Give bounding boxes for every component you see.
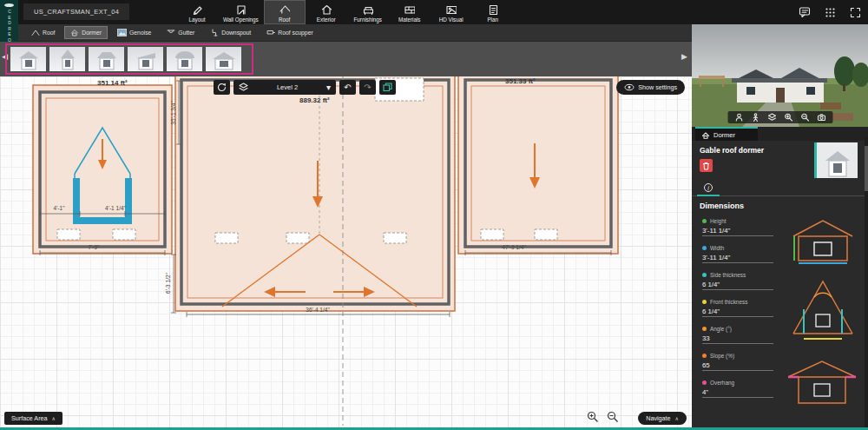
field-angle: Angle (°) 33	[702, 325, 773, 344]
floor-plan-drawing[interactable]: 351.14 ft² 889.32 ft² 351.33 ft² 35'-1 3…	[0, 76, 692, 430]
redo-icon: ↷	[364, 83, 371, 92]
front-thickness-color-dot	[702, 300, 707, 304]
width-input[interactable]: 3'-11 1/4"	[702, 254, 773, 263]
zoom-in-icon[interactable]	[784, 113, 792, 122]
zoom-out-icon[interactable]	[800, 113, 809, 122]
app-logo[interactable]: CEDREO	[0, 0, 18, 42]
gutter-icon	[167, 29, 175, 36]
sync-view-button[interactable]	[214, 80, 230, 95]
dormer-type-thumbnail-6[interactable]	[206, 47, 241, 71]
tab-plan[interactable]: Plan	[472, 0, 514, 24]
dormer-type-thumbnail-2[interactable]	[49, 47, 85, 71]
height-width-diagram	[786, 215, 859, 266]
canvas-top-controls: Level 2 ▾ ↶ ↷	[214, 80, 396, 95]
feedback-chat-icon[interactable]	[799, 6, 811, 18]
navigate-button[interactable]: Navigate ∧	[638, 412, 687, 425]
subtab-dormer[interactable]: Dormer	[64, 26, 108, 39]
walkthrough-icon[interactable]	[751, 113, 760, 122]
remove-dormer-button[interactable]	[700, 159, 713, 172]
field-slope: Slope (%) 65	[702, 352, 773, 371]
arched-dormer-thumb-icon	[169, 49, 201, 71]
duplicate-level-button[interactable]	[379, 80, 396, 95]
tab-info[interactable]: i	[697, 181, 720, 196]
cedreo-logo-icon	[4, 3, 14, 7]
sofa-icon	[362, 3, 373, 15]
3d-view-toolbar	[727, 111, 832, 123]
project-name: US_CRAFTSMAN_EXT_04	[23, 3, 129, 20]
slope-color-dot	[702, 354, 707, 358]
layers-view-icon[interactable]	[767, 113, 776, 122]
dormer-type-strip: ◀ ▶	[0, 42, 692, 76]
tab-furnishings[interactable]: Furnishings	[347, 0, 389, 24]
height-input[interactable]: 3'-11 1/4"	[702, 227, 773, 236]
show-settings-button[interactable]: Show settings	[616, 80, 685, 95]
roof-outline-icon	[31, 29, 40, 36]
eye-icon	[624, 83, 635, 91]
subtab-roof-scupper[interactable]: Roof scupper	[260, 26, 319, 39]
field-width: Width 3'-11 1/4"	[702, 244, 773, 263]
topbar-right-icons	[799, 0, 861, 24]
chevron-down-icon: ▾	[326, 83, 331, 92]
surface-area-button[interactable]: Surface Area ∧	[4, 412, 62, 425]
level-selector-value: Level 2	[277, 83, 298, 91]
shed-dormer-thumb-icon	[130, 49, 161, 71]
dormer-type-thumbnail-3[interactable]	[89, 47, 124, 71]
tab-exterior[interactable]: Exterior	[306, 0, 347, 24]
svg-text:351.33 ft²: 351.33 ft²	[505, 77, 536, 85]
height-color-dot	[702, 219, 707, 223]
dormer-type-thumbnail-4[interactable]	[128, 47, 163, 71]
field-overhang: Overhang 4"	[702, 379, 773, 398]
svg-text:351.14 ft²: 351.14 ft²	[97, 79, 128, 87]
plan-canvas[interactable]: 351.14 ft² 889.32 ft² 351.33 ft² 35'-1 3…	[0, 76, 692, 430]
avatar-icon[interactable]	[734, 113, 743, 122]
overhang-input[interactable]: 4"	[702, 388, 773, 398]
subtab-gutter[interactable]: Gutter	[161, 26, 201, 39]
dormer-type-thumbnail-1[interactable]	[10, 47, 46, 71]
bricks-icon	[404, 3, 415, 15]
dimensions-section-title: Dimensions	[700, 202, 744, 210]
dormer-type-thumbnail-5[interactable]	[167, 47, 202, 71]
dormer-tab-icon	[701, 131, 710, 139]
width-color-dot	[702, 246, 707, 250]
3d-preview-viewport[interactable]	[692, 24, 868, 127]
side-thickness-color-dot	[702, 273, 707, 277]
subtab-genoise[interactable]: Genoise	[111, 26, 157, 39]
slope-input[interactable]: 65	[702, 361, 773, 371]
side-thickness-input[interactable]: 6 1/4"	[702, 281, 773, 290]
detail-tabbar: i	[692, 181, 868, 196]
redo-button[interactable]: ↷	[359, 80, 376, 95]
door-icon	[235, 3, 247, 15]
panel-scrollbar[interactable]	[865, 137, 868, 430]
field-front-thickness: Front thickness 6 1/4"	[702, 298, 773, 317]
angle-input[interactable]: 33	[702, 334, 773, 344]
dormer-type-preview[interactable]	[814, 142, 858, 178]
photo-icon	[445, 3, 457, 15]
tab-hd-visual[interactable]: HD Visual	[431, 0, 472, 24]
copy-icon	[383, 83, 392, 92]
panel-tab-dormer[interactable]: Dormer	[695, 127, 758, 141]
tab-layout[interactable]: Layout	[176, 0, 218, 24]
front-thickness-input[interactable]: 6 1/4"	[702, 308, 773, 317]
subtab-roof[interactable]: Roof	[25, 26, 61, 39]
roof-scupper-icon	[266, 29, 275, 36]
downspout-icon	[210, 29, 219, 36]
properties-panel: Dormer Gable roof dormer i Dimensions He…	[692, 24, 868, 430]
undo-button[interactable]: ↶	[339, 80, 356, 95]
tab-wall-openings[interactable]: Wall Openings	[218, 0, 264, 24]
zoom-in-icon[interactable]	[587, 411, 599, 423]
svg-text:36'-4 1/4": 36'-4 1/4"	[306, 307, 330, 313]
sync-icon	[217, 83, 227, 92]
strip-scroll-right-icon[interactable]: ▶	[681, 53, 687, 61]
tab-roof[interactable]: Roof	[264, 0, 306, 24]
plan-right-wing-roof	[458, 76, 618, 254]
roof-icon	[279, 3, 290, 15]
svg-text:4'-1 1/4": 4'-1 1/4"	[105, 205, 126, 211]
fullscreen-icon[interactable]	[850, 7, 861, 18]
zoom-out-icon[interactable]	[607, 411, 619, 423]
top-bar: US_CRAFTSMAN_EXT_04 Layout Wall Openings…	[0, 0, 868, 24]
tab-materials[interactable]: Materials	[389, 0, 431, 24]
subtab-downspout[interactable]: Downspout	[204, 26, 257, 39]
level-selector[interactable]: Level 2 ▾	[233, 80, 336, 95]
screenshot-camera-icon[interactable]	[817, 113, 825, 122]
apps-grid-icon[interactable]	[825, 7, 836, 18]
